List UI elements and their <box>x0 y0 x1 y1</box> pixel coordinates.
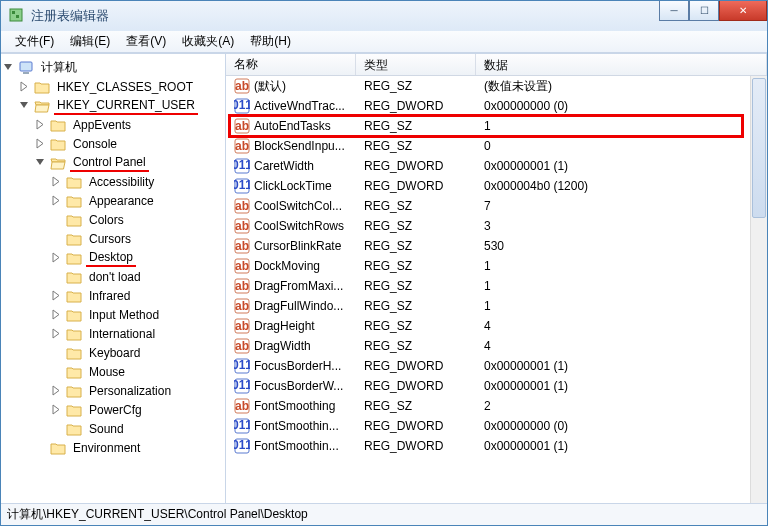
expander-spacer <box>51 366 62 377</box>
tree-inputmethod[interactable]: Input Method <box>1 305 225 324</box>
tree-label: PowerCfg <box>86 402 145 418</box>
tree-hkcr[interactable]: HKEY_CLASSES_ROOT <box>1 77 225 96</box>
list-row[interactable]: CoolSwitchRowsREG_SZ3 <box>226 216 767 236</box>
tree-mouse[interactable]: Mouse <box>1 362 225 381</box>
expander-icon[interactable] <box>3 62 14 73</box>
value-data: 0x00000000 (0) <box>476 419 767 433</box>
expander-icon[interactable] <box>35 119 46 130</box>
tree-international[interactable]: International <box>1 324 225 343</box>
folder-icon <box>66 251 82 265</box>
list-row[interactable]: DragFullWindo...REG_SZ1 <box>226 296 767 316</box>
list-row[interactable]: AutoEndTasksREG_SZ1 <box>226 116 767 136</box>
menu-help[interactable]: 帮助(H) <box>242 31 299 52</box>
expander-icon[interactable] <box>51 252 62 263</box>
tree-label: 计算机 <box>38 58 80 77</box>
expander-spacer <box>51 271 62 282</box>
tree-appearance[interactable]: Appearance <box>1 191 225 210</box>
list-row[interactable]: FocusBorderH...REG_DWORD0x00000001 (1) <box>226 356 767 376</box>
expander-icon[interactable] <box>51 290 62 301</box>
tree-dontload[interactable]: don't load <box>1 267 225 286</box>
value-name: FocusBorderH... <box>254 359 341 373</box>
scroll-thumb[interactable] <box>752 78 766 218</box>
list-row[interactable]: FontSmoothin...REG_DWORD0x00000000 (0) <box>226 416 767 436</box>
list-row[interactable]: ActiveWndTrac...REG_DWORD0x00000000 (0) <box>226 96 767 116</box>
col-type[interactable]: 类型 <box>356 54 476 75</box>
value-type: REG_SZ <box>356 139 476 153</box>
scrollbar[interactable] <box>750 76 767 503</box>
tree-keyboard[interactable]: Keyboard <box>1 343 225 362</box>
list-row[interactable]: CoolSwitchCol...REG_SZ7 <box>226 196 767 216</box>
tree-console[interactable]: Console <box>1 134 225 153</box>
value-type: REG_DWORD <box>356 99 476 113</box>
expander-icon[interactable] <box>51 176 62 187</box>
value-name: CaretWidth <box>254 159 314 173</box>
expander-icon[interactable] <box>19 100 30 111</box>
value-type: REG_SZ <box>356 259 476 273</box>
folder-icon <box>50 156 66 170</box>
list-row[interactable]: CursorBlinkRateREG_SZ530 <box>226 236 767 256</box>
titlebar[interactable]: 注册表编辑器 ─ ☐ ✕ <box>1 1 767 31</box>
string-icon <box>234 218 250 234</box>
list-row[interactable]: ClickLockTimeREG_DWORD0x000004b0 (1200) <box>226 176 767 196</box>
list-row[interactable]: BlockSendInpu...REG_SZ0 <box>226 136 767 156</box>
value-name: AutoEndTasks <box>254 119 331 133</box>
expander-icon[interactable] <box>51 195 62 206</box>
list-row[interactable]: FontSmoothingREG_SZ2 <box>226 396 767 416</box>
list-row[interactable]: CaretWidthREG_DWORD0x00000001 (1) <box>226 156 767 176</box>
col-data[interactable]: 数据 <box>476 54 767 75</box>
list-row[interactable]: FocusBorderW...REG_DWORD0x00000001 (1) <box>226 376 767 396</box>
list-pane[interactable]: 名称 类型 数据 (默认)REG_SZ(数值未设置)ActiveWndTrac.… <box>226 54 767 503</box>
tree-cpl[interactable]: Control Panel <box>1 153 225 172</box>
list-row[interactable]: DragWidthREG_SZ4 <box>226 336 767 356</box>
value-name: FontSmoothin... <box>254 419 339 433</box>
tree-label: Personalization <box>86 383 174 399</box>
tree-root[interactable]: 计算机 <box>1 58 225 77</box>
col-name[interactable]: 名称 <box>226 54 356 75</box>
tree-cursors[interactable]: Cursors <box>1 229 225 248</box>
menu-file[interactable]: 文件(F) <box>7 31 62 52</box>
list-row[interactable]: DragHeightREG_SZ4 <box>226 316 767 336</box>
tree-label: Appearance <box>86 193 157 209</box>
list-row[interactable]: FontSmoothin...REG_DWORD0x00000001 (1) <box>226 436 767 456</box>
expander-icon[interactable] <box>51 309 62 320</box>
tree-infrared[interactable]: Infrared <box>1 286 225 305</box>
expander-icon[interactable] <box>51 328 62 339</box>
tree-pane[interactable]: 计算机 HKEY_CLASSES_ROOT HKEY_CURRENT_USER … <box>1 54 226 503</box>
menu-edit[interactable]: 编辑(E) <box>62 31 118 52</box>
tree-label: International <box>86 326 158 342</box>
tree-colors[interactable]: Colors <box>1 210 225 229</box>
string-icon <box>234 138 250 154</box>
value-type: REG_SZ <box>356 279 476 293</box>
folder-icon <box>66 346 82 360</box>
expander-spacer <box>51 423 62 434</box>
tree-appevents[interactable]: AppEvents <box>1 115 225 134</box>
value-type: REG_DWORD <box>356 179 476 193</box>
menu-favorites[interactable]: 收藏夹(A) <box>174 31 242 52</box>
list-row[interactable]: DockMovingREG_SZ1 <box>226 256 767 276</box>
close-button[interactable]: ✕ <box>719 1 767 21</box>
tree-powercfg[interactable]: PowerCfg <box>1 400 225 419</box>
value-data: 0x00000001 (1) <box>476 379 767 393</box>
string-icon <box>234 318 250 334</box>
expander-icon[interactable] <box>19 81 30 92</box>
expander-icon[interactable] <box>35 157 46 168</box>
tree-desktop[interactable]: Desktop <box>1 248 225 267</box>
tree-sound[interactable]: Sound <box>1 419 225 438</box>
tree-label: Colors <box>86 212 127 228</box>
expander-icon[interactable] <box>51 404 62 415</box>
list-row[interactable]: (默认)REG_SZ(数值未设置) <box>226 76 767 96</box>
tree-accessibility[interactable]: Accessibility <box>1 172 225 191</box>
value-data: 0x00000001 (1) <box>476 439 767 453</box>
expander-icon[interactable] <box>51 385 62 396</box>
folder-icon <box>66 213 82 227</box>
maximize-button[interactable]: ☐ <box>689 1 719 21</box>
expander-icon[interactable] <box>35 138 46 149</box>
list-row[interactable]: DragFromMaxi...REG_SZ1 <box>226 276 767 296</box>
minimize-button[interactable]: ─ <box>659 1 689 21</box>
dword-icon <box>234 438 250 454</box>
menu-view[interactable]: 查看(V) <box>118 31 174 52</box>
tree-label: Mouse <box>86 364 128 380</box>
tree-personalization[interactable]: Personalization <box>1 381 225 400</box>
tree-environment[interactable]: Environment <box>1 438 225 457</box>
tree-hkcu[interactable]: HKEY_CURRENT_USER <box>1 96 225 115</box>
